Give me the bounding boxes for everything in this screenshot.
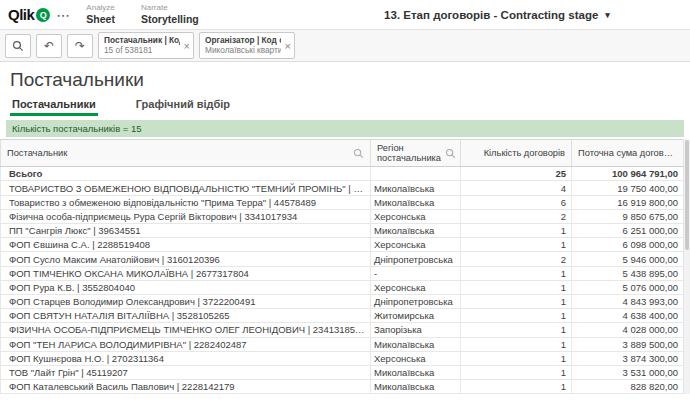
step-forward-icon: ↷ [75, 40, 85, 52]
table-row: ФОП Кушнєрова Н.О. | 2702311364Херсонськ… [1, 351, 684, 365]
supplier-cell[interactable]: ТОВАРИСТВО З ОБМЕЖЕНОЮ ВІДПОВІДАЛЬНІСТЮ … [1, 181, 371, 195]
contracts-cell: 25 [461, 167, 572, 181]
qlik-logo: Qlik Q [8, 6, 50, 23]
more-icon: ⋯ [56, 7, 70, 23]
supplier-cell[interactable]: ТОВ "Лайт Грін" | 45119207 [1, 365, 371, 379]
contracts-cell: 1 [461, 224, 572, 238]
region-cell[interactable]: Херсонська [371, 209, 461, 223]
search-icon[interactable] [445, 148, 456, 159]
supplier-cell[interactable]: ФОП Рура К.В. | 3552804040 [1, 280, 371, 294]
column-header-region-label: Регіон постачальника [377, 143, 441, 164]
region-cell[interactable]: Миколаївська [371, 380, 461, 394]
supplier-cell[interactable]: ФІЗИЧНА ОСОБА-ПІДПРИЄМЕЦЬ ТІМЧЕНКО ОЛЕГ … [1, 323, 371, 337]
nav-analyze-label: Sheet [86, 13, 115, 26]
tab-postachalnyky[interactable]: Постачальники [10, 94, 98, 116]
region-cell[interactable]: Дніпропетровська [371, 252, 461, 266]
region-cell[interactable]: Дніпропетровська [371, 294, 461, 308]
selections-step-forward-button[interactable]: ↷ [67, 34, 93, 58]
top-bar: Qlik Q ⋯ Analyze Sheet Narrate Storytell… [0, 0, 690, 30]
contracts-cell: 1 [461, 266, 572, 280]
contracts-cell: 1 [461, 309, 572, 323]
contracts-cell: 1 [461, 294, 572, 308]
clear-selection-button[interactable]: × [283, 40, 293, 52]
app-window: Qlik Q ⋯ Analyze Sheet Narrate Storytell… [0, 0, 690, 394]
sheet-title-dropdown[interactable]: 13. Етап договорів - Contracting stage ▾ [384, 9, 610, 21]
supplier-cell[interactable]: ФОП Євшина С.А. | 2288519408 [1, 238, 371, 252]
supplier-cell[interactable]: Товариство з обмеженою відповідальністю … [1, 195, 371, 209]
supplier-cell[interactable]: ФОП Кушнєрова Н.О. | 2702311364 [1, 351, 371, 365]
clear-selection-button[interactable]: × [182, 40, 192, 52]
close-icon: × [184, 40, 190, 52]
region-cell[interactable]: Миколаївська [371, 181, 461, 195]
amount-cell: 4 028 000,00 [572, 323, 684, 337]
region-cell[interactable]: Херсонська [371, 238, 461, 252]
tab-hrafichnyi-vidbir[interactable]: Графічний відбір [134, 94, 232, 116]
supplier-cell[interactable]: ПП "Сангрія Люкс" | 39634551 [1, 224, 371, 238]
amount-cell: 828 820,00 [572, 380, 684, 394]
amount-cell: 4 638 400,00 [572, 309, 684, 323]
supplier-cell[interactable]: ФОП Сусло Максим Анатолійович | 31601203… [1, 252, 371, 266]
selection-count-bar: Кількість постачальників = 15 [6, 120, 684, 137]
amount-cell: 5 076 000,00 [572, 280, 684, 294]
region-cell[interactable]: Миколаївська [371, 224, 461, 238]
region-cell[interactable]: Житомирська [371, 309, 461, 323]
contracts-cell: 4 [461, 181, 572, 195]
contracts-cell: 1 [461, 380, 572, 394]
table-row: ТОВАРИСТВО З ОБМЕЖЕНОЮ ВІДПОВІДАЛЬНІСТЮ … [1, 181, 684, 195]
amount-cell: 5 946 000,00 [572, 252, 684, 266]
contracts-cell: 6 [461, 195, 572, 209]
contracts-cell: 1 [461, 351, 572, 365]
table-row: ПП "Сангрія Люкс" | 39634551Миколаївська… [1, 224, 684, 238]
nav-analyze-eyebrow: Analyze [86, 3, 115, 13]
vertical-scrollbar[interactable] [683, 139, 690, 394]
supplier-cell: Всього [1, 167, 371, 181]
page-title: Постачальники [0, 62, 690, 93]
region-cell[interactable]: Херсонська [371, 351, 461, 365]
search-icon [12, 40, 24, 52]
column-header-contracts[interactable]: Кількість договорів [461, 140, 572, 167]
nav-narrate-label: Storytelling [141, 13, 199, 26]
region-cell[interactable]: Миколаївська [371, 337, 461, 351]
tab-bar: Постачальники Графічний відбір [0, 94, 690, 116]
region-cell[interactable]: Миколаївська [371, 195, 461, 209]
selections-step-back-button[interactable]: ↶ [36, 34, 62, 58]
sheet-title: 13. Етап договорів - Contracting stage [384, 9, 598, 21]
selection-chip-subtitle: 15 of 538181 [104, 45, 180, 55]
table-row: ФОП Старцев Володимир Олександрович | 37… [1, 294, 684, 308]
region-cell[interactable]: Запорізька [371, 323, 461, 337]
column-header-region[interactable]: Регіон постачальника [371, 140, 461, 167]
table-row: ФОП ТІМЧЕНКО ОКСАНА МИКОЛАЇВНА | 2677317… [1, 266, 684, 280]
column-header-supplier-label: Постачальник [7, 148, 67, 159]
region-cell[interactable]: - [371, 266, 461, 280]
table-row: ФІЗИЧНА ОСОБА-ПІДПРИЄМЕЦЬ ТІМЧЕНКО ОЛЕГ … [1, 323, 684, 337]
column-header-supplier[interactable]: Постачальник [1, 140, 371, 167]
column-header-amount[interactable]: Поточна сума договорів [572, 140, 684, 167]
mode-nav: Analyze Sheet Narrate Storytelling [86, 3, 198, 26]
amount-cell: 19 750 400,00 [572, 181, 684, 195]
supplier-cell[interactable]: ФОП Каталевський Василь Павлович | 22281… [1, 380, 371, 394]
region-cell[interactable]: Миколаївська [371, 365, 461, 379]
supplier-cell[interactable]: Фізична особа-підприємець Рура Сергій Ві… [1, 209, 371, 223]
amount-cell: 100 964 791,00 [572, 167, 684, 181]
supplier-cell[interactable]: ФОП ТІМЧЕНКО ОКСАНА МИКОЛАЇВНА | 2677317… [1, 266, 371, 280]
selection-chip-orhanizator[interactable]: Організатор | Код о... Миколаївські квар… [199, 32, 295, 59]
supplier-cell[interactable]: ФОП "ТЕН ЛАРИСА ВОЛОДИМИРІВНА" | 2282402… [1, 337, 371, 351]
table-header-row: Постачальник Регіон постачальника [1, 140, 684, 167]
total-row: Всього25100 964 791,00 [1, 167, 684, 181]
more-menu-button[interactable]: ⋯ [56, 8, 70, 22]
selection-chip-title: Організатор | Код о... [205, 35, 281, 45]
table-row: ФОП Каталевський Василь Павлович | 22281… [1, 380, 684, 394]
selection-chip-title: Постачальник | Код ... [104, 35, 180, 45]
region-cell[interactable]: Херсонська [371, 280, 461, 294]
supplier-cell[interactable]: ФОП Старцев Володимир Олександрович | 37… [1, 294, 371, 308]
nav-narrate-storytelling[interactable]: Narrate Storytelling [141, 3, 199, 26]
smart-search-button[interactable] [5, 34, 31, 58]
scrollbar-thumb[interactable] [685, 140, 689, 250]
search-icon[interactable] [353, 148, 364, 159]
amount-cell: 5 438 895,00 [572, 266, 684, 280]
table-row: Товариство з обмеженою відповідальністю … [1, 195, 684, 209]
supplier-cell[interactable]: ФОП СВЯТУН НАТАЛІЯ ВІТАЛІЇВНА | 35281052… [1, 309, 371, 323]
nav-analyze-sheet[interactable]: Analyze Sheet [86, 3, 115, 26]
sheet-area: Постачальники Постачальники Графічний ві… [0, 62, 690, 394]
selection-chip-postachalnyk[interactable]: Постачальник | Код ... 15 of 538181 × [98, 32, 194, 59]
